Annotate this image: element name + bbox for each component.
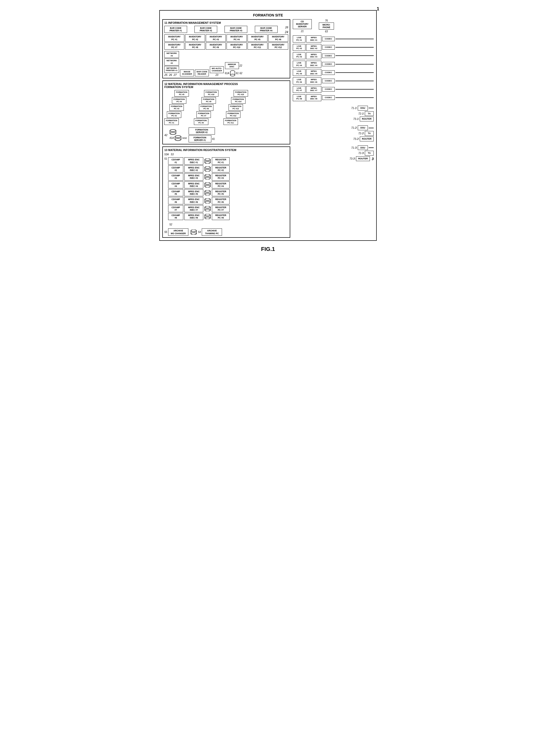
reg-pc-4: REGISTERPC #4 <box>212 181 230 189</box>
main-border: FORMATION SITE 11 INFORMATION MANAGEMENT… <box>159 10 377 241</box>
barcode-printer-1: BAR CODEPRINTER #1 <box>164 26 187 33</box>
annot-71-2: 71-2\ <box>351 126 357 129</box>
svg-point-48 <box>191 233 196 235</box>
page: 1 FORMATION SITE 11 INFORMATION MANAGEME… <box>154 5 382 258</box>
live-pc-5: LIVEPC #5 <box>293 69 305 76</box>
codec-row-4: LIVEPC #4 MPEGDEC #4 CODEC <box>293 61 374 68</box>
fpc-7: FORMATIONPC #7 <box>196 111 211 118</box>
annot-72-1: 72-1\ <box>358 112 364 115</box>
svg-point-29 <box>205 190 210 192</box>
reg-row-2: CD/AMP#2 MPEG ENC/DEC #2 REGISTERPC #2 <box>168 165 288 173</box>
formation-system-section: 12 MATERIAL INFORMATION MANAGEMENT PROCE… <box>162 81 290 145</box>
mpeg-dec-1: MPEGDEC #1 <box>306 35 321 42</box>
live-pc-1: LIVEPC #1 <box>293 35 305 42</box>
annot-54: 54 <box>198 231 201 233</box>
annot-24: 24 <box>285 30 288 34</box>
codec-row-2: LIVEPC #2 MPEGDEC #2 CODEC <box>293 44 374 51</box>
network-2: NETWORK#2 <box>164 58 179 65</box>
mpeg-enc-4: MPEG ENC/DEC #4 <box>184 181 203 189</box>
mpeg-dec-2: MPEGDEC #2 <box>306 44 321 51</box>
annot-62: 62 <box>239 72 242 75</box>
codec-row-6: LIVEPC #6 MPEGDEC #6 CODEC <box>293 77 374 84</box>
info-mgmt-section: 11 INFORMATION MANAGEMENT SYSTEM BAR COD… <box>162 19 290 79</box>
server1-row: FORMATIONSERVER #1 41 <box>188 135 215 142</box>
inventory-section: 24 INVENTORYPC #1 INVENTORYPC #2 INVENTO… <box>164 34 288 50</box>
mpeg-enc-7: MPEG ENC/DEC #7 <box>184 205 203 212</box>
mirror-disc: MIRRORDISC <box>225 62 239 69</box>
annot-22: 22 <box>239 64 242 67</box>
live-pc-4: LIVEPC #4 <box>293 61 305 68</box>
inventory-row1: INVENTORYPC #1 INVENTORYPC #2 INVENTORYP… <box>164 34 288 42</box>
svg-point-33 <box>205 198 210 200</box>
annot-23: 23 <box>216 74 218 76</box>
svg-point-45 <box>191 230 196 232</box>
servers-with-hdd: 41A HDD <box>169 127 215 143</box>
cd-amp-5: CD/AMP#5 <box>168 189 183 196</box>
codec-line-4 <box>336 64 374 64</box>
annot-53a: 53A <box>164 153 169 156</box>
cd-amp-1: CD/AMP#1 <box>168 157 183 164</box>
formation-col-1: FORMATIONPC #5 FORMATIONPC #4 FORMATIONP… <box>164 90 189 125</box>
fpc-5: FORMATIONPC #5 <box>175 90 189 97</box>
ta-annot-2: 73-2\ ROUTER <box>353 137 374 141</box>
codec-row-7: LIVEPC #7 MPEGDEC #7 CODEC <box>293 86 374 93</box>
mirror-row: MIRRORDISC 22 <box>225 62 242 69</box>
annot-71-3: 71-3\ <box>351 147 357 149</box>
codec-5: CODEC <box>322 70 335 75</box>
microphone: MICRO-PHONE <box>319 22 334 30</box>
annot-63: 63 <box>325 30 328 33</box>
drum-2 <box>204 166 211 171</box>
inventory-row2: INVENTORYPC #7 INVENTORYPC #8 INVENTORYP… <box>164 43 288 50</box>
codec-row-5: LIVEPC #5 MPEGDEC #5 CODEC <box>293 69 374 76</box>
drum-8 <box>204 214 211 219</box>
mpeg-enc-1: MPEG ENC/DEC #1 <box>184 157 203 164</box>
cd-amp-7: CD/AMP#7 <box>168 205 183 212</box>
fpc-2: FORMATIONPC #2 <box>167 111 181 118</box>
annot-71-1: 71-1\ <box>351 107 357 110</box>
fpc-11: FORMATIONPC #11 <box>223 119 238 125</box>
annot-27: 27 <box>174 73 177 76</box>
mo-group: MO AUTO-CHANGER 23 <box>210 66 224 76</box>
mpeg-enc-5: MPEG ENC/DEC #5 <box>184 189 203 196</box>
drum-5 <box>204 190 211 195</box>
material-info-label: 12 MATERIAL INFORMATION MANAGEMENT PROCE… <box>164 83 288 88</box>
network-group-3: 71-3\ DSU 72-3\ TA 73-3\ ROUTER 3 <box>293 146 374 161</box>
network-group-2: 71-2\ DSU 72-2\ TA 73-2\ ROUTER <box>293 125 374 141</box>
bar-code-reader: BAR CODEREADER <box>195 70 209 76</box>
reg-row-1: CD/AMP#1 MPEG ENC/DEC #1 REGISTERPC #1 <box>168 157 288 164</box>
inv-pc-4: INVENTORYPC #4 <box>226 34 247 42</box>
svg-point-17 <box>205 166 210 168</box>
archive-mo-changer: ARCHIVEMO CHANGER <box>168 228 188 235</box>
fpc-15: FORMATIONPC #15 <box>234 90 248 97</box>
ta-row-3: 72-3\ TA <box>358 151 374 155</box>
fpc-6: FORMATIONPC #6 <box>194 119 208 125</box>
mpeg-enc-2: MPEG ENC/DEC #2 <box>184 165 203 173</box>
figure-number: 1 <box>377 6 379 12</box>
reg-pc-3: REGISTERPC #3 <box>212 173 230 180</box>
svg-point-44 <box>205 217 210 219</box>
mpeg-dec-6: MPEGDEC #6 <box>306 77 321 84</box>
reg-row-7: CD/AMP#7 MPEG ENC/DEC #7 REGISTERPC #7 <box>168 205 288 212</box>
fpc-8: FORMATIONPC #8 <box>199 104 214 111</box>
drum-4 <box>204 182 211 188</box>
annot-73-1: 73-1\ <box>353 118 359 120</box>
codec-3: CODEC <box>322 53 335 58</box>
ta-2: TA <box>365 131 374 136</box>
network-row: NETWORK#3 NETWORK#2 NETWORKPRINTER #1 25… <box>164 51 288 76</box>
barcode-printers-grid: BAR CODEPRINTER #1 BAR CODEPRINTER #2 BA… <box>164 26 284 33</box>
codec-1: CODEC <box>322 37 335 41</box>
mpeg-dec-5: MPEGDEC #5 <box>306 69 321 76</box>
annot-73-2: 73-2\ <box>353 138 359 140</box>
mpeg-dec-4: MPEGDEC #4 <box>306 61 321 68</box>
svg-point-8 <box>170 132 176 135</box>
image-scanner: IMAGESCANNER <box>180 70 194 76</box>
mpeg-enc-8: MPEG ENC/DEC #8 <box>184 213 203 220</box>
svg-point-13 <box>205 158 210 161</box>
formation-col-3: FORMATIONPC #15 FORMATIONPC #14 FORMATIO… <box>223 90 248 125</box>
annot-51: 51 <box>164 157 167 160</box>
reg-pc-7: REGISTERPC #7 <box>212 205 230 212</box>
reg-pc-8: REGISTERPC #8 <box>212 213 230 220</box>
mpeg-enc-3: MPEG ENC/DEC #3 <box>184 173 203 180</box>
svg-point-41 <box>205 214 210 216</box>
svg-point-20 <box>205 169 210 171</box>
